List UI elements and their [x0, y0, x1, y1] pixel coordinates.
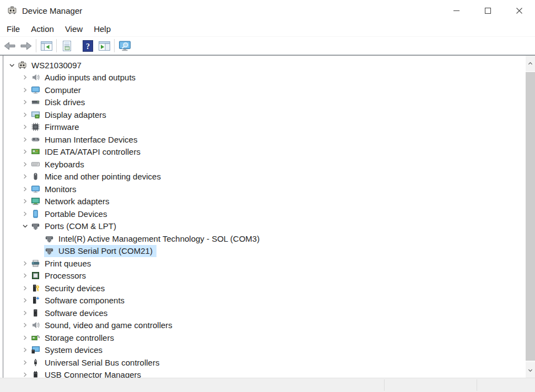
- expand-chevron-icon[interactable]: [19, 85, 30, 94]
- tree-item-usb-connector-managers[interactable]: USB Connector Managers: [3, 369, 526, 378]
- tree-item-storage-controllers[interactable]: Storage controllers: [3, 331, 526, 344]
- tree-item-content[interactable]: Disk drives: [30, 96, 89, 108]
- tree-item-monitors[interactable]: Monitors: [3, 183, 526, 195]
- vertical-scrollbar[interactable]: [526, 56, 535, 378]
- menu-help[interactable]: Help: [88, 23, 116, 35]
- tree-item-keyboards[interactable]: Keyboards: [3, 158, 526, 171]
- tree-item-content[interactable]: Ports (COM & LPT): [30, 220, 120, 232]
- expand-chevron-icon[interactable]: [19, 371, 30, 378]
- expand-chevron-icon[interactable]: [19, 346, 30, 355]
- expand-chevron-icon[interactable]: [19, 259, 30, 268]
- expand-chevron-icon[interactable]: [19, 321, 30, 330]
- tree-item-audio-inputs-and-outputs[interactable]: Audio inputs and outputs: [3, 72, 526, 84]
- scroll-up-button[interactable]: [526, 56, 535, 71]
- tree-item-software-components[interactable]: Software components: [3, 295, 526, 307]
- monitor-blue-icon: [31, 85, 40, 95]
- tree-item-content[interactable]: Human Interface Devices: [30, 133, 141, 145]
- tree-item-usb-serial-port-com21[interactable]: USB Serial Port (COM21): [3, 245, 526, 258]
- menu-view[interactable]: View: [60, 23, 88, 35]
- tree-item-display-adapters[interactable]: Display adapters: [3, 108, 526, 121]
- tree-item-ports-com-lpt[interactable]: Ports (COM & LPT): [3, 220, 526, 233]
- scrollbar-thumb[interactable]: [526, 72, 535, 361]
- expand-chevron-icon[interactable]: [19, 73, 30, 82]
- minimize-button[interactable]: [441, 0, 472, 21]
- expand-chevron-icon[interactable]: [19, 333, 30, 342]
- expand-chevron-icon[interactable]: [19, 110, 30, 119]
- scroll-down-button[interactable]: [526, 362, 535, 378]
- maximize-button[interactable]: [472, 0, 504, 21]
- tree-item-content[interactable]: Software devices: [30, 307, 111, 319]
- tree-item-content[interactable]: Print queues: [30, 257, 95, 269]
- serial-port-icon: [45, 246, 54, 255]
- menu-action[interactable]: Action: [25, 23, 60, 35]
- properties-button[interactable]: [58, 38, 75, 53]
- tree-item-content[interactable]: Keyboards: [30, 158, 88, 170]
- action-pane-button[interactable]: [96, 38, 112, 53]
- expand-chevron-icon[interactable]: [19, 209, 30, 218]
- tree-item-content[interactable]: Software components: [30, 295, 128, 307]
- expand-chevron-icon[interactable]: [19, 98, 30, 107]
- tree-item-intel-r-active-management-technology-sol-com3[interactable]: Intel(R) Active Management Technology - …: [3, 232, 526, 245]
- tree-item-ws21030097[interactable]: WS21030097: [3, 59, 526, 72]
- collapse-chevron-icon[interactable]: [19, 222, 30, 231]
- tree-item-firmware[interactable]: Firmware: [3, 121, 526, 134]
- tree-item-print-queues[interactable]: Print queues: [3, 257, 526, 270]
- tree-item-content[interactable]: USB Connector Managers: [30, 369, 145, 378]
- tree-item-content[interactable]: Monitors: [30, 183, 80, 195]
- expand-chevron-icon[interactable]: [19, 172, 30, 181]
- help-button[interactable]: ?: [79, 38, 96, 53]
- tree-item-content[interactable]: Mice and other pointing devices: [30, 171, 165, 183]
- close-button[interactable]: [504, 0, 535, 21]
- tree-item-portable-devices[interactable]: Portable Devices: [3, 208, 526, 220]
- tree-item-content[interactable]: Universal Serial Bus controllers: [30, 356, 163, 368]
- tree-item-processors[interactable]: Processors: [3, 270, 526, 282]
- tree-item-human-interface-devices[interactable]: Human Interface Devices: [3, 133, 526, 146]
- tree-item-content[interactable]: Processors: [30, 270, 90, 282]
- tree-item-sound-video-and-game-controllers[interactable]: Sound, video and game controllers: [3, 319, 526, 332]
- menu-file[interactable]: File: [1, 23, 25, 35]
- tree-item-network-adapters[interactable]: Network adapters: [3, 195, 526, 208]
- expand-chevron-icon[interactable]: [19, 358, 30, 367]
- tree-item-content[interactable]: Display adapters: [30, 108, 110, 121]
- collapse-chevron-icon[interactable]: [6, 61, 17, 69]
- expand-chevron-icon[interactable]: [19, 184, 30, 193]
- expand-chevron-icon[interactable]: [19, 271, 30, 280]
- tree-item-computer[interactable]: Computer: [3, 84, 526, 96]
- tree-item-universal-serial-bus-controllers[interactable]: Universal Serial Bus controllers: [3, 356, 526, 369]
- console-tree-button[interactable]: [38, 38, 55, 53]
- forward-button[interactable]: [18, 38, 34, 53]
- tree-item-content[interactable]: Intel(R) Active Management Technology - …: [44, 232, 263, 244]
- expand-chevron-icon[interactable]: [19, 135, 30, 144]
- tree-item-software-devices[interactable]: Software devices: [3, 307, 526, 319]
- statusbar: [0, 378, 535, 392]
- expand-chevron-icon[interactable]: [19, 123, 30, 132]
- tree-item-security-devices[interactable]: Security devices: [3, 282, 526, 295]
- expand-chevron-icon[interactable]: [19, 197, 30, 206]
- expand-chevron-icon[interactable]: [19, 284, 30, 292]
- tree-item-content[interactable]: Computer: [30, 84, 85, 96]
- disk-icon: [31, 97, 40, 107]
- expand-chevron-icon[interactable]: [19, 308, 30, 317]
- tree-item-content[interactable]: Sound, video and game controllers: [30, 319, 176, 331]
- tree-item-content[interactable]: Portable Devices: [30, 208, 111, 220]
- tree-item-ide-ata-atapi-controllers[interactable]: IDE ATA/ATAPI controllers: [3, 146, 526, 159]
- tree-item-disk-drives[interactable]: Disk drives: [3, 96, 526, 109]
- tree-item-content[interactable]: Storage controllers: [30, 331, 118, 344]
- tree-item-mice-and-other-pointing-devices[interactable]: Mice and other pointing devices: [3, 171, 526, 183]
- tree-item-content[interactable]: Security devices: [30, 282, 109, 294]
- tree-item-content[interactable]: IDE ATA/ATAPI controllers: [30, 146, 144, 158]
- back-button[interactable]: [1, 38, 18, 53]
- tree-item-label: Disk drives: [45, 97, 85, 107]
- tree-item-content[interactable]: WS21030097: [17, 59, 85, 71]
- expand-chevron-icon[interactable]: [19, 148, 30, 156]
- tree-item-content[interactable]: Audio inputs and outputs: [30, 72, 139, 84]
- expand-chevron-icon[interactable]: [19, 296, 30, 305]
- tree-item-content[interactable]: Network adapters: [30, 195, 114, 208]
- tree-item-label: Print queues: [45, 259, 91, 268]
- expand-chevron-icon[interactable]: [19, 160, 30, 168]
- tree-item-content[interactable]: USB Serial Port (COM21): [44, 245, 156, 257]
- tree-item-content[interactable]: System devices: [30, 344, 106, 356]
- scan-hardware-changes-button[interactable]: [116, 38, 133, 53]
- tree-item-system-devices[interactable]: System devices: [3, 344, 526, 357]
- tree-item-content[interactable]: Firmware: [30, 121, 83, 133]
